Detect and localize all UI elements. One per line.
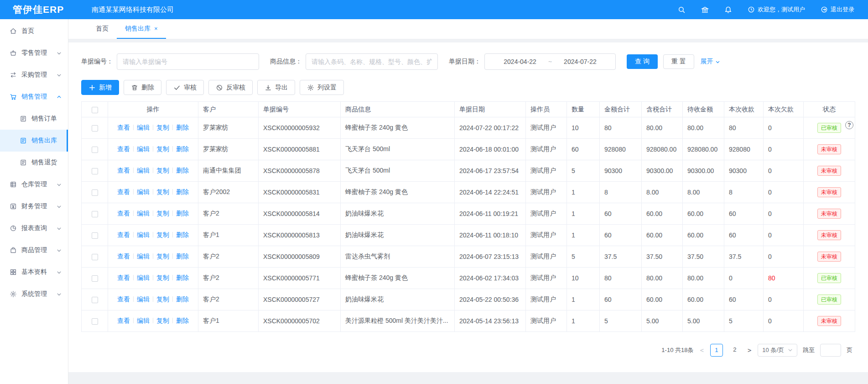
sidebar-item-sales-order[interactable]: 销售订单	[0, 108, 68, 130]
action-edit[interactable]: 编辑	[137, 188, 150, 195]
action-delete[interactable]: 删除	[176, 210, 189, 217]
tab-sales-outbound[interactable]: 销售出库×	[117, 19, 166, 39]
jump-page-input[interactable]	[820, 344, 841, 357]
tab-home[interactable]: 首页	[88, 19, 117, 39]
unaudit-button[interactable]: 反审核	[208, 80, 253, 95]
select-all-checkbox[interactable]	[92, 107, 98, 113]
action-copy[interactable]: 复制	[156, 188, 169, 195]
sidebar-item-purchase[interactable]: 采购管理	[0, 64, 68, 86]
cell-operator: 测试用户	[526, 182, 567, 203]
action-view[interactable]: 查看	[117, 167, 130, 174]
date-range-picker[interactable]: 2024-04-22 ~ 2024-07-22	[484, 53, 616, 70]
row-checkbox[interactable]	[92, 254, 98, 260]
sidebar-item-sales-return[interactable]: 销售退货	[0, 152, 68, 174]
action-view[interactable]: 查看	[117, 210, 130, 217]
row-checkbox[interactable]	[92, 232, 98, 239]
sidebar-item-home[interactable]: 首页	[0, 20, 68, 42]
sidebar-item-warehouse[interactable]: 仓库管理	[0, 174, 68, 195]
action-delete[interactable]: 删除	[176, 145, 189, 153]
row-checkbox[interactable]	[92, 318, 98, 325]
sidebar-item-retail[interactable]: 零售管理	[0, 42, 68, 64]
search-icon[interactable]	[678, 6, 686, 14]
action-delete[interactable]: 删除	[176, 188, 189, 195]
add-button[interactable]: 新增	[81, 80, 119, 95]
action-view[interactable]: 查看	[117, 188, 130, 195]
cell-qty: 10	[567, 117, 600, 139]
action-view[interactable]: 查看	[117, 252, 130, 260]
product-info-input[interactable]	[306, 53, 438, 70]
logout-button[interactable]: 退出登录	[821, 5, 854, 14]
page-button-2[interactable]: 2	[728, 344, 741, 357]
action-edit[interactable]: 编辑	[137, 295, 150, 303]
sidebar-item-basic[interactable]: 基本资料	[0, 261, 68, 283]
page-size-select[interactable]: 10 条/页	[758, 344, 797, 357]
sidebar-item-sales-outbound[interactable]: 销售出库	[0, 130, 68, 152]
row-checkbox[interactable]	[92, 211, 98, 217]
row-checkbox[interactable]	[92, 147, 98, 153]
columns-button[interactable]: 列设置	[300, 80, 344, 95]
date-end[interactable]: 2024-07-22	[564, 58, 597, 65]
bell-icon[interactable]	[724, 6, 732, 14]
action-view[interactable]: 查看	[117, 274, 130, 281]
action-delete[interactable]: 删除	[176, 231, 189, 238]
row-checkbox[interactable]	[92, 125, 98, 132]
next-page-button[interactable]: >	[747, 347, 752, 354]
row-checkbox[interactable]	[92, 275, 98, 282]
close-icon[interactable]: ×	[154, 25, 158, 32]
action-copy[interactable]: 复制	[156, 295, 169, 303]
delete-button[interactable]: 删除	[124, 80, 161, 95]
action-view[interactable]: 查看	[117, 295, 130, 303]
bank-icon[interactable]	[701, 6, 709, 14]
question-circle-icon[interactable]: ?	[845, 121, 853, 129]
cell-qty: 5	[567, 160, 600, 182]
welcome-user[interactable]: 欢迎您，测试用户	[748, 5, 805, 14]
action-edit[interactable]: 编辑	[137, 167, 150, 174]
action-delete[interactable]: 删除	[176, 317, 189, 324]
action-copy[interactable]: 复制	[156, 210, 169, 217]
action-edit[interactable]: 编辑	[137, 231, 150, 238]
col-header: 状态	[804, 102, 855, 117]
status-badge: 未审核	[817, 252, 841, 262]
page-button-1[interactable]: 1	[710, 344, 723, 357]
action-copy[interactable]: 复制	[156, 167, 169, 174]
action-copy[interactable]: 复制	[156, 274, 169, 281]
action-delete[interactable]: 删除	[176, 295, 189, 303]
action-edit[interactable]: 编辑	[137, 210, 150, 217]
sidebar-item-finance[interactable]: 财务管理	[0, 195, 68, 217]
action-copy[interactable]: 复制	[156, 231, 169, 238]
sidebar-item-report[interactable]: 报表查询	[0, 217, 68, 239]
action-copy[interactable]: 复制	[156, 145, 169, 153]
action-copy[interactable]: 复制	[156, 252, 169, 260]
sidebar-item-sales[interactable]: 销售管理	[0, 86, 68, 108]
prev-page-button[interactable]: <	[699, 347, 704, 354]
action-edit[interactable]: 编辑	[137, 145, 150, 153]
action-view[interactable]: 查看	[117, 124, 130, 131]
action-edit[interactable]: 编辑	[137, 317, 150, 324]
action-delete[interactable]: 删除	[176, 124, 189, 131]
action-copy[interactable]: 复制	[156, 124, 169, 131]
expand-toggle[interactable]: 展开	[701, 58, 720, 66]
action-copy[interactable]: 复制	[156, 317, 169, 324]
sidebar-item-product[interactable]: 商品管理	[0, 239, 68, 261]
export-button[interactable]: 导出	[257, 80, 295, 95]
sidebar-item-system[interactable]: 系统管理	[0, 283, 68, 305]
tab-label: 首页	[96, 25, 109, 33]
action-edit[interactable]: 编辑	[137, 274, 150, 281]
action-view[interactable]: 查看	[117, 145, 130, 153]
audit-button[interactable]: 审核	[166, 80, 204, 95]
action-view[interactable]: 查看	[117, 231, 130, 238]
row-checkbox[interactable]	[92, 168, 98, 174]
action-edit[interactable]: 编辑	[137, 124, 150, 131]
row-checkbox[interactable]	[92, 297, 98, 303]
action-edit[interactable]: 编辑	[137, 252, 150, 260]
reset-button[interactable]: 重 置	[663, 54, 694, 69]
action-delete[interactable]: 删除	[176, 252, 189, 260]
action-delete[interactable]: 删除	[176, 274, 189, 281]
date-start[interactable]: 2024-04-22	[504, 58, 536, 65]
cell-tax_total: 80.00	[642, 117, 683, 139]
search-button[interactable]: 查 询	[627, 54, 658, 69]
order-no-input[interactable]	[117, 53, 259, 70]
row-checkbox[interactable]	[92, 189, 98, 196]
action-delete[interactable]: 删除	[176, 167, 189, 174]
action-view[interactable]: 查看	[117, 317, 130, 324]
